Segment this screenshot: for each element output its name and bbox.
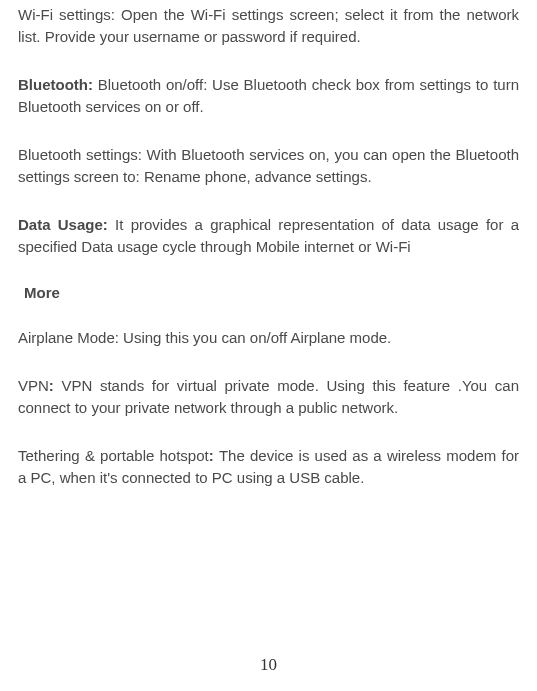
- paragraph-data-usage: Data Usage: It provides a graphical repr…: [18, 214, 519, 258]
- paragraph-tethering: Tethering & portable hotspot: The device…: [18, 445, 519, 489]
- vpn-prefix: VPN: [18, 377, 49, 394]
- more-heading: More: [24, 284, 519, 301]
- data-usage-lead: Data Usage:: [18, 216, 115, 233]
- vpn-body: VPN stands for virtual private mode. Usi…: [18, 377, 519, 416]
- paragraph-wifi-settings: Wi-Fi settings: Open the Wi-Fi settings …: [18, 0, 519, 48]
- paragraph-airplane: Airplane Mode: Using this you can on/off…: [18, 327, 519, 349]
- vpn-colon: :: [49, 377, 62, 394]
- document-page: Wi-Fi settings: Open the Wi-Fi settings …: [0, 0, 537, 691]
- paragraph-bluetooth: Bluetooth: Bluetooth on/off: Use Bluetoo…: [18, 74, 519, 118]
- bluetooth-lead: Bluetooth:: [18, 76, 98, 93]
- paragraph-vpn: VPN: VPN stands for virtual private mode…: [18, 375, 519, 419]
- tether-colon: :: [209, 447, 219, 464]
- paragraph-bluetooth-settings: Bluetooth settings: With Bluetooth servi…: [18, 144, 519, 188]
- tether-prefix: Tethering & portable hotspot: [18, 447, 209, 464]
- page-number: 10: [0, 655, 537, 675]
